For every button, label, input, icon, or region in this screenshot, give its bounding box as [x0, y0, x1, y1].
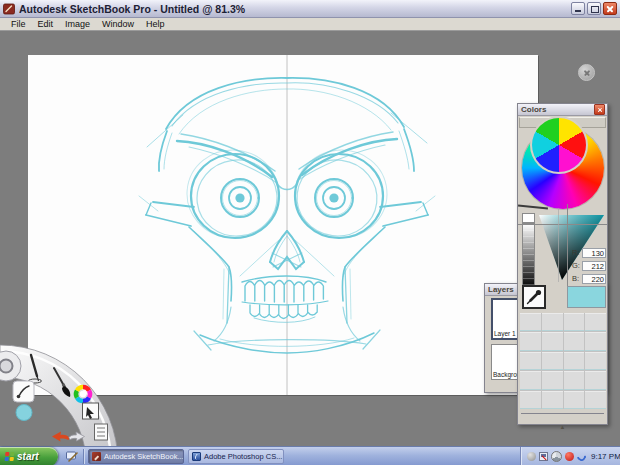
- swatch-cell[interactable]: [585, 391, 606, 409]
- taskbar: start Autodesk SketchBook... Adobe Photo…: [0, 446, 620, 465]
- system-tray: 9:17 PM: [520, 447, 620, 465]
- colors-panel-close-button[interactable]: [594, 104, 605, 115]
- swatch-cell[interactable]: [585, 371, 606, 389]
- picker-crosshair-v: [567, 204, 568, 286]
- current-color-swatch[interactable]: [567, 286, 606, 308]
- red-value-field[interactable]: 130: [582, 248, 606, 258]
- start-button[interactable]: start: [0, 447, 58, 465]
- layer-name: Background: [493, 371, 519, 378]
- menu-file[interactable]: File: [5, 18, 32, 30]
- task-label: Adobe Photoshop CS...: [204, 452, 282, 461]
- lagoon-toolbar: [0, 330, 160, 447]
- menu-image[interactable]: Image: [59, 18, 96, 30]
- swatch-cell[interactable]: [585, 352, 606, 370]
- menu-edit[interactable]: Edit: [32, 18, 60, 30]
- menu-help[interactable]: Help: [140, 18, 171, 30]
- photoshop-icon: [192, 452, 201, 461]
- blue-label: B:: [572, 274, 580, 283]
- canvas-corner-widget[interactable]: [578, 64, 595, 81]
- grayscale-slider[interactable]: [522, 223, 535, 289]
- minimize-button[interactable]: [571, 2, 585, 15]
- layer-item-selected[interactable]: Layer 1: [491, 298, 519, 340]
- tray-alert-icon[interactable]: [565, 452, 574, 461]
- tray-network-icon[interactable]: [575, 450, 588, 463]
- swatch-cell[interactable]: [520, 391, 541, 409]
- swatch-cell[interactable]: [520, 352, 541, 370]
- tray-update-icon[interactable]: [551, 451, 562, 462]
- menu-window[interactable]: Window: [96, 18, 140, 30]
- brush-palette-button[interactable]: [13, 381, 34, 402]
- color-wheel-icon[interactable]: [76, 387, 90, 401]
- white-chip[interactable]: [522, 213, 535, 223]
- document-icon[interactable]: [95, 424, 108, 440]
- swatch-cell[interactable]: [520, 313, 541, 331]
- swatch-cell[interactable]: [542, 371, 563, 389]
- start-label: start: [17, 451, 39, 462]
- window-titlebar[interactable]: Autodesk SketchBook Pro - Untitled @ 81.…: [0, 0, 620, 18]
- app-icon: [3, 3, 15, 15]
- swatch-cell[interactable]: [542, 313, 563, 331]
- colors-panel-titlebar[interactable]: Colors: [518, 104, 607, 116]
- restore-icon: [591, 6, 599, 13]
- red-label: R:: [572, 248, 580, 257]
- swatch-grid: [520, 313, 606, 409]
- select-tool-icon[interactable]: [83, 403, 99, 419]
- sketchbook-icon: [92, 452, 101, 461]
- panel-separator: [521, 413, 604, 414]
- chevron-up-icon: ▲: [560, 424, 566, 430]
- color-pie-picker[interactable]: [532, 118, 586, 172]
- swatch-cell[interactable]: [542, 332, 563, 350]
- swatch-cell[interactable]: [585, 313, 606, 331]
- eyedropper-button[interactable]: [522, 285, 546, 309]
- tray-muted-device-icon[interactable]: [539, 452, 548, 461]
- swatch-cell[interactable]: [564, 352, 585, 370]
- swatch-cell[interactable]: [520, 371, 541, 389]
- eyedropper-icon: [524, 287, 544, 307]
- desktop: { "window": { "title": "Autodesk SketchB…: [0, 0, 620, 465]
- undo-button[interactable]: [52, 432, 70, 442]
- minimize-icon: [575, 10, 581, 12]
- task-label: Autodesk SketchBook...: [104, 452, 184, 461]
- tray-clock: 9:17 PM: [591, 452, 620, 461]
- hue-pointer[interactable]: [518, 204, 548, 209]
- swatch-cell[interactable]: [585, 332, 606, 350]
- colors-panel: Colors ▼ R: 130 G:: [517, 103, 608, 425]
- green-value-field[interactable]: 212: [582, 261, 606, 271]
- tray-status-icon[interactable]: [527, 452, 536, 461]
- blue-value-field[interactable]: 220: [582, 274, 606, 284]
- menu-bar: File Edit Image Window Help: [0, 18, 620, 31]
- window-title: Autodesk SketchBook Pro - Untitled @ 81.…: [19, 3, 571, 15]
- layers-panel-title: Layers: [488, 285, 514, 295]
- swatch-cell[interactable]: [564, 313, 585, 331]
- swatch-cell[interactable]: [520, 332, 541, 350]
- layer-item-background[interactable]: Background: [491, 344, 519, 380]
- swatch-cell[interactable]: [564, 371, 585, 389]
- taskbar-divider: [83, 449, 84, 464]
- swatch-cell[interactable]: [564, 332, 585, 350]
- green-label: G:: [572, 261, 580, 270]
- layer-name: Layer 1: [494, 330, 516, 337]
- picker-crosshair-h: [518, 224, 607, 225]
- ring-icon: [0, 360, 13, 373]
- picker-crosshair-v2: [558, 208, 559, 282]
- show-desktop-icon[interactable]: [66, 451, 78, 462]
- undo-arrow-icon: [52, 432, 70, 442]
- swatch-cell[interactable]: [542, 352, 563, 370]
- close-button[interactable]: [603, 2, 617, 15]
- restore-button[interactable]: [587, 2, 601, 15]
- task-button-photoshop[interactable]: Adobe Photoshop CS...: [188, 449, 284, 464]
- windows-flag-icon: [5, 452, 15, 461]
- rgb-readout: R: 130 G: 212 B: 220: [572, 246, 608, 285]
- swatch-cell[interactable]: [564, 391, 585, 409]
- task-button-sketchbook[interactable]: Autodesk SketchBook...: [88, 449, 184, 464]
- colors-panel-title: Colors: [521, 105, 546, 115]
- expand-swatches-button[interactable]: ▲: [518, 415, 607, 433]
- swatch-cell[interactable]: [542, 391, 563, 409]
- current-color-puck[interactable]: [16, 405, 32, 421]
